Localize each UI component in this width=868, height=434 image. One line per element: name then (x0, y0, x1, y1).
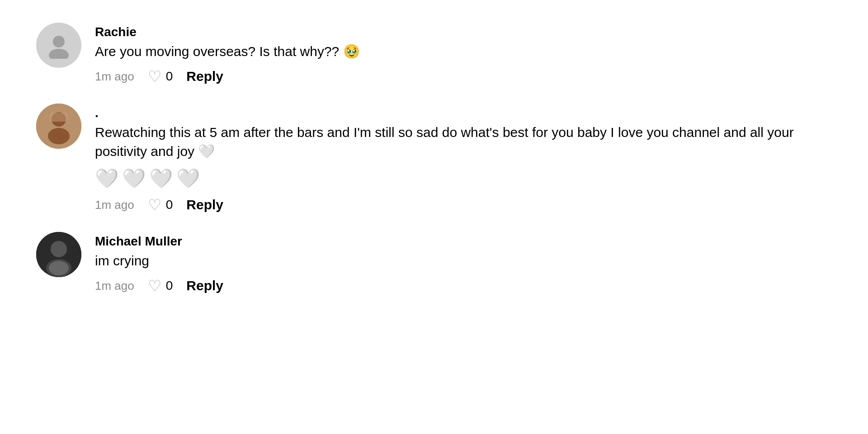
comment-username: Rachie (95, 25, 832, 39)
comment-time: 1m ago (95, 70, 134, 84)
comment-username: Michael Muller (95, 234, 832, 249)
svg-point-9 (49, 261, 69, 275)
comment-item: Michael Muller im crying 1m ago ♡ 0 Repl… (36, 232, 832, 295)
decorative-heart: 🤍 (95, 167, 118, 189)
avatar (36, 23, 81, 68)
reply-button[interactable]: Reply (186, 197, 223, 212)
comment-content: Michael Muller im crying 1m ago ♡ 0 Repl… (95, 232, 832, 295)
comment-content: . Rewatching this at 5 am after the bars… (95, 104, 832, 214)
comment-actions: 1m ago ♡ 0 Reply (95, 67, 832, 85)
reply-button[interactable]: Reply (186, 69, 223, 84)
comment-item: Rachie Are you moving overseas? Is that … (36, 23, 832, 85)
svg-point-7 (51, 241, 67, 257)
svg-point-4 (48, 128, 70, 144)
comment-item: . Rewatching this at 5 am after the bars… (36, 104, 832, 214)
comment-text: Rewatching this at 5 am after the bars a… (95, 123, 832, 161)
comment-time: 1m ago (95, 279, 134, 293)
svg-point-0 (53, 36, 65, 47)
avatar (36, 104, 81, 149)
comment-username: . (95, 106, 832, 120)
heart-icon[interactable]: ♡ (148, 67, 161, 85)
svg-rect-5 (50, 113, 68, 122)
heart-icon[interactable]: ♡ (148, 196, 161, 214)
decorative-heart: 🤍 (149, 167, 173, 189)
comments-section: Rachie Are you moving overseas? Is that … (27, 18, 841, 317)
like-area: ♡ 0 (148, 67, 173, 85)
heart-icon[interactable]: ♡ (148, 277, 161, 295)
comment-actions: 1m ago ♡ 0 Reply (95, 196, 832, 214)
emoji-hearts-row: 🤍 🤍 🤍 🤍 (95, 167, 832, 189)
svg-point-1 (49, 49, 69, 59)
reply-button[interactable]: Reply (186, 278, 223, 293)
comment-time: 1m ago (95, 198, 134, 212)
avatar (36, 232, 81, 277)
like-count: 0 (166, 198, 173, 212)
decorative-heart: 🤍 (176, 167, 200, 189)
comment-actions: 1m ago ♡ 0 Reply (95, 277, 832, 295)
like-count: 0 (166, 278, 173, 293)
comment-content: Rachie Are you moving overseas? Is that … (95, 23, 832, 85)
like-count: 0 (166, 69, 173, 84)
decorative-heart: 🤍 (122, 167, 146, 189)
comment-text: im crying (95, 251, 832, 270)
like-area: ♡ 0 (148, 196, 173, 214)
like-area: ♡ 0 (148, 277, 173, 295)
comment-text: Are you moving overseas? Is that why?? 🥹 (95, 42, 832, 61)
